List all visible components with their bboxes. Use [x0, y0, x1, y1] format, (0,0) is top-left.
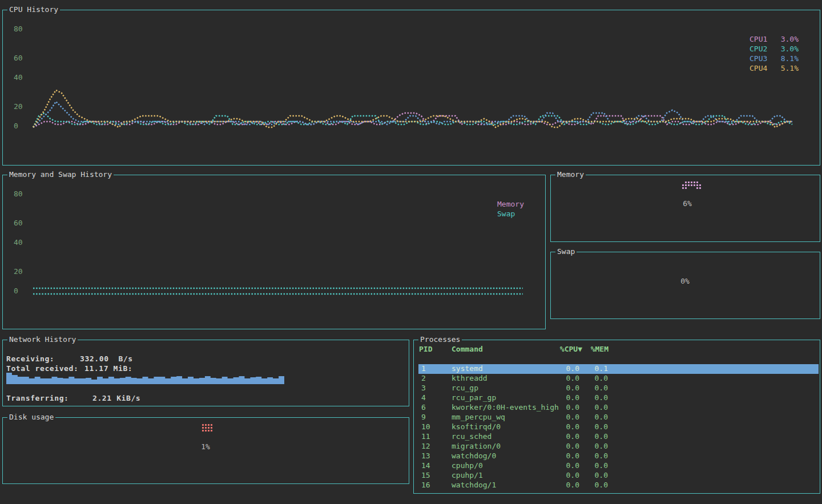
process-row-pid-15[interactable]: 15cpuhp/10.00.0	[414, 471, 820, 481]
gauge-dot	[202, 430, 204, 432]
gauge-dot	[696, 182, 698, 183]
process-row-pid-2[interactable]: 2kthreadd0.00.0	[414, 374, 820, 384]
disk-usage-title: Disk usage	[7, 413, 55, 422]
process-cell-pid: 9	[421, 413, 426, 422]
swap-gauge-percent: 0%	[674, 277, 696, 286]
gauge-dot	[202, 424, 204, 426]
gauge-dot	[694, 182, 695, 183]
cpu-series-cpu3	[33, 102, 792, 127]
process-row-pid-6[interactable]: 6kworker/0:0H-events_high0.00.0	[414, 403, 820, 413]
process-cell-mem: 0.0	[574, 461, 608, 470]
receiving-value: 332.00 B/s	[80, 354, 133, 364]
process-row-pid-12[interactable]: 12migration/00.00.0	[414, 442, 820, 451]
memory-gauge-percent: 6%	[676, 199, 699, 208]
process-cell-pid: 1	[421, 364, 426, 373]
cpu-history-chart	[3, 10, 820, 165]
process-column-header-mem[interactable]: %MEM	[574, 345, 609, 354]
gauge-dot	[685, 187, 687, 189]
gauge-dot	[211, 427, 212, 429]
gauge-dot	[685, 182, 687, 183]
process-cell-mem: 0.0	[574, 481, 608, 490]
gauge-dot	[205, 430, 207, 432]
gauge-dot	[202, 427, 204, 429]
process-cell-mem: 0.0	[574, 374, 608, 383]
process-row-pid-4[interactable]: 4rcu_par_gp0.00.0	[414, 393, 820, 403]
process-row-pid-13[interactable]: 13watchdog/00.00.0	[414, 451, 820, 461]
process-column-header-pid[interactable]: PID	[419, 345, 432, 354]
gauge-dot	[696, 184, 698, 186]
gauge-dot	[205, 427, 207, 429]
process-cell-pid: 16	[421, 481, 430, 490]
process-table-header: PIDCommand%CPU▼%MEM	[414, 345, 820, 354]
network-history-panel: Network History Receiving: 332.00 B/s To…	[2, 340, 409, 406]
process-row-pid-9[interactable]: 9mm_percpu_wq0.00.0	[414, 413, 820, 422]
total-received-label: Total received:	[6, 364, 78, 373]
process-cell-command: cpuhp/0	[452, 461, 483, 470]
process-row-pid-16[interactable]: 16watchdog/10.00.0	[414, 481, 820, 490]
gauge-dot	[205, 424, 207, 426]
process-row-pid-10[interactable]: 10ksoftirqd/00.00.0	[414, 422, 820, 432]
memory-gauge-title: Memory	[555, 170, 586, 179]
process-row-pid-14[interactable]: 14cpuhp/00.00.0	[414, 461, 820, 471]
gauge-dot	[688, 182, 690, 183]
gauge-dot	[699, 184, 701, 186]
process-cell-pid: 13	[421, 451, 430, 461]
memory-gauge-panel: Memory 6%	[550, 175, 820, 242]
process-cell-command: cpuhp/1	[452, 471, 483, 480]
process-column-header-command[interactable]: Command	[452, 345, 483, 354]
process-cell-command: systemd	[452, 364, 483, 373]
process-cell-command: watchdog/1	[452, 481, 496, 490]
system-monitor-tui: { "palette": { "background": "#2a2a2a", …	[0, 0, 822, 504]
process-cell-command: rcu_par_gp	[452, 393, 496, 402]
gauge-dot	[208, 424, 209, 426]
process-cell-mem: 0.1	[574, 364, 608, 373]
cpu-history-panel: CPU History 806040200 CPU13.0%CPU23.0%CP…	[2, 10, 820, 166]
network-receive-area	[6, 373, 284, 384]
process-cell-mem: 0.0	[574, 422, 608, 432]
gauge-dot	[696, 187, 698, 189]
swap-gauge-title: Swap	[555, 247, 577, 256]
gauge-dot	[688, 184, 690, 186]
process-cell-pid: 14	[421, 461, 430, 470]
process-cell-mem: 0.0	[574, 413, 608, 422]
gauge-dot	[685, 184, 687, 186]
process-cell-command: rcu_sched	[452, 432, 491, 441]
process-cell-command: kworker/0:0H-events_high	[452, 403, 559, 412]
process-cell-pid: 12	[421, 442, 430, 451]
gauge-dot	[211, 424, 212, 426]
process-cell-pid: 10	[421, 422, 430, 432]
gauge-dot	[699, 187, 701, 189]
transferring-value: 2.21 KiB/s	[92, 394, 140, 403]
gauge-dot	[682, 187, 684, 189]
process-cell-mem: 0.0	[574, 432, 608, 441]
disk-usage-panel: Disk usage 1%	[2, 417, 409, 484]
total-received-value: 11.17 MiB:	[84, 364, 132, 373]
memory-swap-history-panel: Memory and Swap History 806040200 Memory…	[2, 175, 546, 329]
process-cell-mem: 0.0	[574, 442, 608, 451]
processes-title: Processes	[418, 335, 462, 344]
receiving-label: Receiving:	[6, 354, 54, 364]
process-cell-pid: 4	[421, 393, 426, 402]
gauge-dot	[691, 182, 692, 183]
network-history-title: Network History	[7, 335, 78, 344]
process-cell-command: ksoftirqd/0	[452, 422, 501, 432]
network-receive-sparkline	[6, 373, 284, 384]
process-cell-command: kthreadd	[452, 374, 487, 383]
process-row-pid-11[interactable]: 11rcu_sched0.00.0	[414, 432, 820, 442]
process-cell-pid: 15	[421, 471, 430, 480]
process-cell-pid: 2	[421, 374, 426, 383]
transferring-label: Transferring:	[6, 394, 69, 403]
process-cell-command: migration/0	[452, 442, 501, 451]
process-row-pid-1[interactable]: 1systemd0.00.1	[414, 364, 820, 374]
process-cell-command: watchdog/0	[452, 451, 496, 461]
gauge-dot	[694, 184, 695, 186]
process-cell-mem: 0.0	[574, 393, 608, 402]
process-row-pid-3[interactable]: 3rcu_gp0.00.0	[414, 384, 820, 393]
processes-panel: Processes PIDCommand%CPU▼%MEM 1systemd0.…	[413, 340, 820, 494]
gauge-dot	[208, 430, 209, 432]
disk-usage-percent: 1%	[194, 442, 217, 451]
process-cell-pid: 6	[421, 403, 426, 412]
gauge-dot	[682, 184, 684, 186]
process-cell-pid: 11	[421, 432, 430, 441]
process-cell-mem: 0.0	[574, 471, 608, 480]
